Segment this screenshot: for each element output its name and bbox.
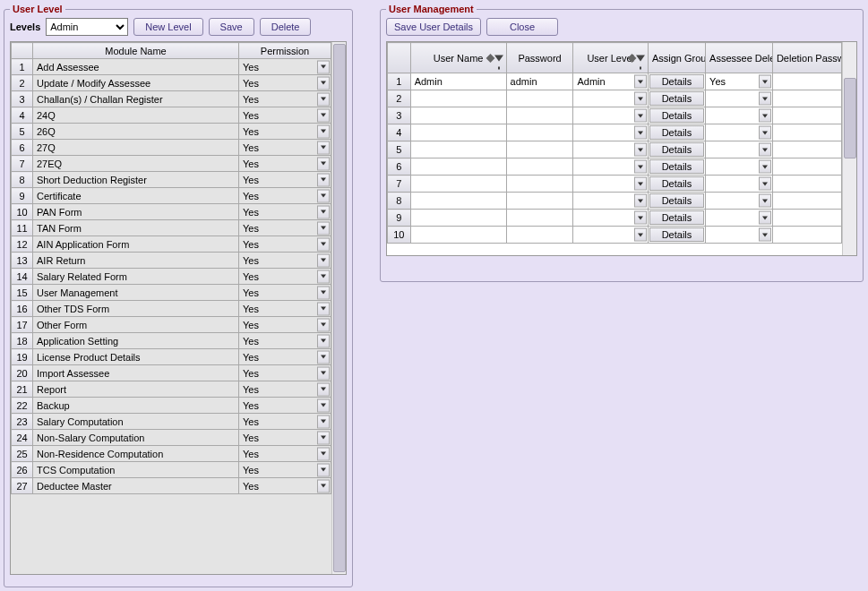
assessee-deletion-header[interactable]: Assessee Deletion [706,43,773,73]
module-name-cell[interactable]: Add Assessee [33,59,239,75]
module-name-cell[interactable]: AIN Application Form [33,236,239,253]
close-button[interactable]: Close [486,18,558,36]
module-name-cell[interactable]: Challan(s) / Challan Register [33,91,239,107]
deletion-password-cell[interactable] [772,193,841,210]
permission-cell[interactable]: Yes [239,365,331,381]
assessee-deletion-cell[interactable]: Yes [706,73,773,90]
chevron-down-icon[interactable] [317,302,330,315]
user-name-cell[interactable]: Admin [410,73,506,90]
user-name-header[interactable]: User Name [410,43,506,73]
chevron-down-icon[interactable] [759,126,771,140]
permission-cell[interactable]: Yes [239,446,331,462]
user-level-cell[interactable] [573,107,648,124]
deletion-password-header[interactable]: Deletion Password [772,43,841,73]
details-button[interactable]: Details [649,142,704,157]
permission-cell[interactable]: Yes [239,188,331,204]
assessee-deletion-cell[interactable] [706,90,773,107]
chevron-down-icon[interactable] [317,124,330,138]
permission-cell[interactable]: Yes [239,253,331,269]
chevron-down-icon[interactable] [317,92,330,106]
user-name-cell[interactable] [410,176,506,193]
chevron-down-icon[interactable] [759,75,771,89]
chevron-down-icon[interactable] [317,463,330,476]
chevron-down-icon[interactable] [759,143,771,157]
chevron-down-icon[interactable] [317,205,330,218]
chevron-down-icon[interactable] [634,211,647,225]
chevron-down-icon[interactable] [317,350,330,364]
password-cell[interactable] [506,193,573,210]
module-name-cell[interactable]: AIR Return [33,253,239,269]
assessee-deletion-cell[interactable] [706,141,773,158]
permission-cell[interactable]: Yes [239,124,331,140]
details-button[interactable]: Details [649,74,704,89]
user-level-cell[interactable] [573,141,648,158]
chevron-down-icon[interactable] [317,286,330,299]
chevron-down-icon[interactable] [317,157,330,170]
password-cell[interactable] [506,176,573,193]
chevron-down-icon[interactable] [634,228,647,242]
assessee-deletion-cell[interactable] [706,227,773,244]
module-name-cell[interactable]: Short Deduction Register [33,172,239,188]
chevron-down-icon[interactable] [317,334,330,347]
chevron-down-icon[interactable] [317,366,330,380]
password-header[interactable]: Password [506,43,573,73]
details-button[interactable]: Details [649,159,704,174]
password-cell[interactable] [506,90,573,107]
deletion-password-cell[interactable] [772,158,841,176]
permission-cell[interactable]: Yes [239,285,331,301]
module-name-cell[interactable]: Non-Salary Computation [33,430,239,446]
permission-cell[interactable]: Yes [239,301,331,317]
chevron-down-icon[interactable] [317,76,330,90]
deletion-password-cell[interactable] [772,176,841,193]
chevron-down-icon[interactable] [759,194,771,208]
module-name-cell[interactable]: 27EQ [33,156,239,172]
assessee-deletion-cell[interactable] [706,210,773,227]
module-name-cell[interactable]: Application Setting [33,333,239,349]
permission-cell[interactable]: Yes [239,75,331,91]
details-button[interactable]: Details [649,227,704,242]
user-name-cell[interactable] [410,227,506,244]
password-cell[interactable] [506,227,573,244]
levels-select[interactable]: Admin [46,18,128,36]
module-name-header[interactable]: Module Name [33,43,239,59]
permission-cell[interactable]: Yes [239,414,331,430]
chevron-down-icon[interactable] [317,479,330,492]
chevron-down-icon[interactable] [634,160,647,174]
user-level-cell[interactable]: Admin [573,73,648,90]
chevron-down-icon[interactable] [317,431,330,444]
chevron-down-icon[interactable] [634,109,647,123]
chevron-down-icon[interactable] [317,60,330,73]
module-name-cell[interactable]: TCS Computation [33,462,239,478]
permission-cell[interactable]: Yes [239,317,331,333]
permission-cell[interactable]: Yes [239,156,331,172]
password-cell[interactable] [506,210,573,227]
module-name-cell[interactable]: Salary Computation [33,414,239,430]
filter-icon[interactable] [494,55,503,61]
deletion-password-cell[interactable] [772,107,841,124]
permission-cell[interactable]: Yes [239,349,331,365]
permission-cell[interactable]: Yes [239,220,331,236]
details-button[interactable]: Details [649,176,704,191]
chevron-down-icon[interactable] [759,211,771,225]
assessee-deletion-cell[interactable] [706,176,773,193]
users-scroll-thumb[interactable] [844,78,856,158]
user-level-cell[interactable] [573,90,648,107]
chevron-down-icon[interactable] [759,177,771,191]
user-level-cell[interactable] [573,193,648,210]
module-name-cell[interactable]: Backup [33,398,239,414]
user-name-sort-filter[interactable] [487,55,503,61]
module-name-cell[interactable]: Other TDS Form [33,301,239,317]
user-level-sort-filter[interactable] [629,55,645,61]
chevron-down-icon[interactable] [317,237,330,251]
module-name-cell[interactable]: License Product Details [33,349,239,365]
chevron-down-icon[interactable] [317,221,330,235]
module-name-cell[interactable]: Import Assessee [33,365,239,381]
chevron-down-icon[interactable] [317,253,330,267]
permission-cell[interactable]: Yes [239,430,331,446]
chevron-down-icon[interactable] [317,173,330,186]
chevron-down-icon[interactable] [759,228,771,242]
assessee-deletion-cell[interactable] [706,107,773,124]
module-name-cell[interactable]: TAN Form [33,220,239,236]
deletion-password-cell[interactable] [772,210,841,227]
chevron-down-icon[interactable] [317,415,330,428]
